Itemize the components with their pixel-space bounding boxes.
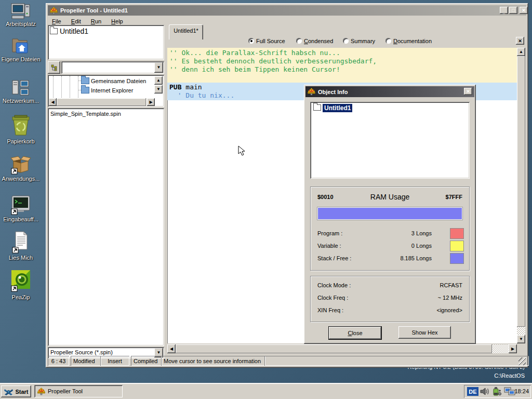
folder-tree-toggle-button[interactable]: [48, 61, 60, 74]
window-titlebar[interactable]: Propeller Tool - Untitled1 _ □ ✕: [48, 5, 526, 16]
tree-scroll-right-button[interactable]: ▶: [147, 98, 155, 106]
file-filter-value: Propeller Source (*.spin): [48, 347, 164, 355]
editor-close-button[interactable]: ✕: [516, 37, 524, 45]
object-root-label[interactable]: Untitled1: [60, 27, 88, 35]
show-hex-button[interactable]: Show Hex: [398, 326, 451, 339]
dialog-titlebar[interactable]: Object Info ✕: [305, 86, 474, 97]
status-compiled: Compiled: [131, 356, 162, 366]
scroll-up-button[interactable]: ▲: [517, 48, 525, 56]
radio-label-full-source[interactable]: Full Source: [256, 38, 285, 44]
desktop-icon-papierkorb[interactable]: Papierkorb: [0, 113, 42, 144]
power-status-icon[interactable]: [492, 387, 502, 396]
status-message: Move cursor to see source information: [161, 356, 265, 366]
minimize-button[interactable]: _: [500, 7, 508, 14]
tree-item[interactable]: Internet Explorer: [78, 87, 153, 94]
propeller-app-icon: [37, 388, 45, 395]
status-cursor-position: 6 : 43: [48, 356, 69, 366]
ram-row-label: Program :: [317, 230, 342, 236]
propeller-app-icon: [308, 88, 315, 96]
vscroll-thumb[interactable]: [517, 56, 525, 327]
hscroll-thumb[interactable]: [176, 344, 492, 353]
desktop-icon-anwendungen[interactable]: Anwendungs...: [0, 154, 42, 182]
radio-label-summary[interactable]: Summary: [351, 38, 375, 44]
tree-glyph-icon: [51, 64, 58, 71]
file-list[interactable]: Simple_Spin_Template.spin: [48, 108, 164, 346]
program-color-swatch: [450, 228, 464, 239]
editor-vertical-scrollbar[interactable]: ▲ ▼: [517, 48, 525, 343]
desktop-icon-peazip[interactable]: PeaZip: [0, 269, 42, 300]
desktop-icon-netzwerkumgebung[interactable]: Netzwerkum...: [0, 79, 42, 104]
desktop-icon-label: Arbeitsplatz: [0, 21, 42, 27]
tree-scroll-left-button[interactable]: ◀: [49, 98, 57, 106]
folder-icon: [81, 77, 89, 84]
system-tray: DE 18:24: [464, 385, 531, 398]
radio-condensed[interactable]: [296, 38, 302, 44]
status-modified: Modified: [71, 356, 101, 366]
ram-row-value: 0 Longs: [373, 243, 432, 249]
clock-row-label: XIN Freq :: [317, 307, 343, 313]
radio-label-condensed[interactable]: Condensed: [304, 38, 333, 44]
radio-documentation[interactable]: [385, 38, 391, 44]
clock-info-group: Clock Mode : RCFAST Clock Freq : ~ 12 MH…: [310, 276, 470, 322]
editor-comment-block: '' Ok... die Parallax-Schrift habsch nu.…: [167, 48, 517, 83]
document-icon: [10, 231, 31, 254]
propeller-app-icon: [50, 7, 58, 15]
maximize-button[interactable]: □: [509, 7, 517, 14]
scroll-left-button[interactable]: ◀: [167, 344, 176, 353]
object-info-dialog: Object Info ✕ Untitled1 $0010 RAM Usage …: [304, 85, 476, 344]
resize-grip[interactable]: [518, 357, 526, 365]
network-status-icon[interactable]: [504, 387, 515, 396]
ram-usage-group: $0010 RAM Usage $7FFF Program : 3 Longs …: [310, 187, 470, 271]
peazip-icon: [9, 269, 32, 293]
tree-scroll-up-button[interactable]: ▲: [154, 76, 163, 85]
status-insert-mode: Insert: [100, 356, 129, 366]
dialog-object-tree[interactable]: Untitled1: [310, 102, 470, 179]
computer-icon: [11, 3, 31, 20]
tree-item[interactable]: Gemeinsame Dateien: [78, 77, 153, 84]
desktop-icon-arbeitsplatz[interactable]: Arbeitsplatz: [0, 3, 42, 27]
object-view-panel[interactable]: Untitled1: [48, 25, 164, 60]
file-list-item[interactable]: Simple_Spin_Template.spin: [48, 108, 164, 117]
desktop-icon-label: Netzwerkum...: [0, 98, 42, 104]
radio-label-documentation[interactable]: Documentation: [393, 38, 432, 44]
desktop-icon-label: Eingabeauff...: [0, 216, 42, 222]
path-combo-dropdown-button[interactable]: ▼: [154, 62, 163, 73]
radio-full-source[interactable]: [248, 38, 254, 44]
dialog-close-icon[interactable]: ✕: [464, 88, 472, 95]
editor-horizontal-scrollbar[interactable]: ◀ ▶: [167, 344, 517, 353]
ram-row-label: Stack / Free :: [317, 255, 351, 261]
ram-row-label: Variable :: [317, 243, 341, 249]
folder-icon: [81, 87, 89, 94]
scroll-down-button[interactable]: ▼: [517, 335, 525, 343]
dialog-tree-root-selected[interactable]: Untitled1: [323, 104, 352, 112]
desktop-icon-label: Eigene Dateien: [0, 56, 42, 62]
desktop-icon-eingabeaufforderung[interactable]: Eingabeauff...: [0, 194, 42, 222]
volume-icon[interactable]: [480, 387, 490, 396]
desktop-icon-label: Lies Mich: [0, 255, 42, 261]
desktop-icon-lies-mich[interactable]: Lies Mich: [0, 231, 42, 261]
task-button-propeller-tool[interactable]: Propeller Tool: [34, 385, 123, 397]
path-combo[interactable]: ▼: [61, 61, 164, 74]
desktop-icon-eigene-dateien[interactable]: Eigene Dateien: [0, 37, 42, 62]
scroll-right-button[interactable]: ▶: [509, 344, 517, 353]
object-folder-icon: [313, 104, 321, 111]
start-button[interactable]: Start: [1, 385, 31, 397]
folder-tree[interactable]: Gemeinsame Dateien Internet Explorer ▲ ▼…: [48, 75, 164, 107]
keyboard-layout-indicator[interactable]: DE: [467, 387, 478, 396]
dialog-title: Object Info: [318, 89, 348, 95]
console-icon: [10, 194, 31, 215]
tree-horizontal-scrollbar[interactable]: ◀ ▶: [49, 98, 155, 106]
clock-row-value: RCFAST: [440, 282, 462, 288]
tree-hscroll-thumb[interactable]: [57, 98, 146, 106]
tree-scroll-down-button[interactable]: ▼: [154, 85, 163, 94]
status-bar: 6 : 43 Modified Insert Compiled Move cur…: [48, 356, 526, 366]
window-title: Propeller Tool - Untitled1: [60, 7, 128, 14]
close-button[interactable]: ✕: [520, 7, 528, 14]
close-button[interactable]: Close: [328, 326, 382, 340]
ram-usage-bar: [317, 207, 463, 220]
status-empty: [264, 356, 529, 366]
desktop-icon-label: PeaZip: [0, 294, 42, 300]
radio-summary[interactable]: [343, 38, 349, 44]
reactos-logo-icon: [4, 388, 14, 396]
view-mode-bar: Full Source Condensed Summary Documentat…: [167, 36, 526, 48]
